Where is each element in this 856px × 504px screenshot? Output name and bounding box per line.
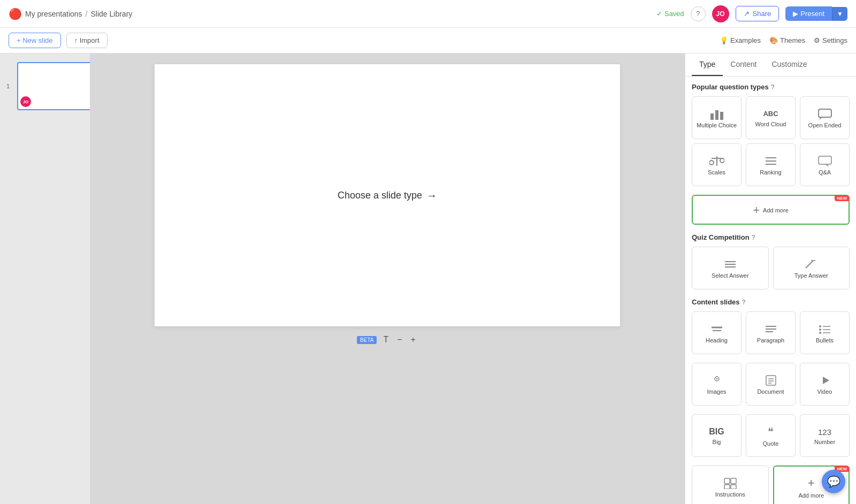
right-panel: Type Content Customize Popular question … [685,54,856,504]
scales-icon [709,155,724,167]
type-card-instructions[interactable]: Instructions [692,465,769,504]
themes-link[interactable]: 🎨 Themes [769,36,805,44]
slide-thumbnail[interactable]: JO [17,62,90,110]
quiz-section-title: Quiz Competition ? [692,233,850,241]
chat-icon [817,108,832,120]
type-card-qa[interactable]: Q&A [800,143,850,186]
quiz-help-icon[interactable]: ? [752,234,755,241]
svg-point-8 [720,158,724,163]
type-card-video[interactable]: Video [800,363,850,406]
zoom-in-button[interactable]: + [409,333,418,347]
text-tool-button[interactable]: T [381,333,391,347]
toolbar-right: 💡 Examples 🎨 Themes ⚙ Settings [720,36,847,44]
svg-point-31 [716,378,717,380]
tab-content[interactable]: Content [723,54,764,76]
svg-point-26 [819,329,821,331]
examples-link[interactable]: 💡 Examples [720,36,761,44]
present-dropdown-button[interactable]: ▼ [832,7,847,21]
chat-bubble-button[interactable]: 💬 [822,470,845,493]
svg-point-24 [819,325,821,327]
content-help-icon[interactable]: ? [742,299,746,306]
type-card-label: Open Ended [808,122,842,128]
slide-avatar: JO [20,96,31,107]
breadcrumb-separator: / [86,10,88,18]
type-card-label: Add more [763,207,789,213]
canvas-arrow: → [426,189,437,202]
themes-icon: 🎨 [769,36,778,44]
breadcrumb-part2[interactable]: Slide Library [91,10,133,18]
type-card-label: Multiple Choice [697,122,737,128]
type-card-ranking[interactable]: Ranking [746,143,796,186]
type-card-label: Select Answer [712,272,749,279]
number-icon: 123 [818,427,831,437]
popular-help-icon[interactable]: ? [771,83,775,91]
type-card-scales[interactable]: Scales [692,143,742,186]
type-card-number[interactable]: 123 Number [800,414,850,457]
big-icon: BIG [709,427,724,437]
word-cloud-icon: ABC [763,109,778,119]
type-card-label: Q&A [819,169,831,175]
type-card-label: Scales [708,169,725,175]
type-card-heading[interactable]: Heading [692,311,742,354]
images-icon [709,375,724,386]
play-icon: ▶ [793,10,798,18]
type-card-images[interactable]: Images [692,363,742,406]
type-card-type-answer[interactable]: Type Answer [773,247,850,289]
select-answer-icon [723,258,738,270]
type-card-select-answer[interactable]: Select Answer [692,247,769,289]
content-type-grid-2: Images Document V [692,363,850,406]
type-card-word-cloud[interactable]: ABC Word Cloud [746,96,796,139]
toolbar-left: + New slide ↑ Import [9,33,108,48]
type-card-label: Document [757,388,784,395]
nav-right-actions: ✓ Saved ? JO ↗ Share ▶ Present ▼ [656,5,847,22]
svg-line-17 [806,261,813,268]
type-card-label: Video [817,388,832,395]
svg-rect-32 [766,376,776,385]
main-area: 1 JO Choose a slide type → BETA T − + Ty… [0,54,856,504]
bullets-icon [817,323,832,335]
share-icon: ↗ [744,10,750,18]
top-navigation: 🔴 My presentations / Slide Library ✓ Sav… [0,0,856,28]
type-answer-icon [804,258,819,270]
quiz-type-grid: Select Answer Type Answer [692,247,850,289]
new-slide-button[interactable]: + New slide [9,33,61,48]
zoom-out-button[interactable]: − [395,333,404,347]
type-card-label: Bullets [816,337,834,343]
type-card-document[interactable]: Document [746,363,796,406]
plus-icon: + [753,203,760,217]
svg-rect-1 [715,110,719,120]
breadcrumb-part1[interactable]: My presentations [25,10,82,18]
content-type-grid-3: BIG Big ❝ Quote 123 Number [692,414,850,457]
type-card-add-more-popular[interactable]: NEW + Add more [692,195,850,225]
help-button[interactable]: ? [691,6,706,21]
paragraph-icon [763,323,778,335]
svg-rect-3 [819,109,831,117]
import-button[interactable]: ↑ Import [66,33,108,48]
settings-link[interactable]: ⚙ Settings [814,36,847,44]
slide-panel: 1 JO [0,54,90,504]
type-card-big[interactable]: BIG Big [692,414,742,457]
app-logo: 🔴 [9,7,22,20]
type-card-paragraph[interactable]: Paragraph [746,311,796,354]
tab-customize[interactable]: Customize [764,54,814,76]
type-card-label: Images [707,388,726,395]
svg-point-7 [709,161,714,165]
share-button[interactable]: ↗ Share [736,6,779,21]
popular-section-title: Popular question types ? [692,83,850,91]
beta-badge: BETA [357,336,377,344]
popular-addmore-grid: NEW + Add more [692,195,850,225]
present-main-button[interactable]: ▶ Present [785,6,832,21]
tab-type[interactable]: Type [692,54,723,76]
type-card-bullets[interactable]: Bullets [800,311,850,354]
present-button-group: ▶ Present ▼ [785,6,847,21]
type-card-quote[interactable]: ❝ Quote [746,414,796,457]
svg-rect-37 [724,478,730,484]
slide-canvas[interactable]: Choose a slide type → [155,64,620,326]
saved-status: ✓ Saved [656,10,684,18]
content-section-title: Content slides ? [692,298,850,306]
type-card-label: Type Answer [794,272,828,279]
new-badge: NEW [835,195,849,201]
type-card-multiple-choice[interactable]: Multiple Choice [692,96,742,139]
avatar[interactable]: JO [712,5,729,22]
type-card-open-ended[interactable]: Open Ended [800,96,850,139]
